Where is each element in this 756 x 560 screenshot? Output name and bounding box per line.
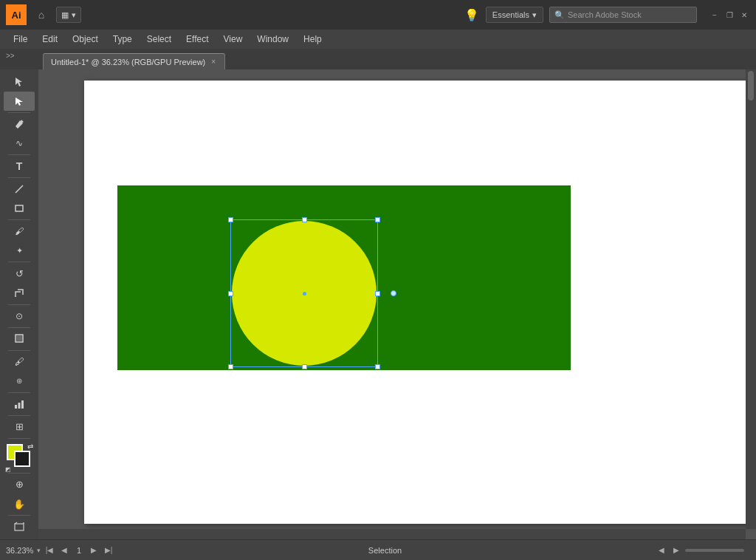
blob-brush-tool[interactable]: ✦ bbox=[4, 241, 35, 260]
search-icon: 🔍 bbox=[554, 10, 565, 20]
swap-colors-icon[interactable]: ⇄ bbox=[27, 443, 33, 451]
canvas-area[interactable] bbox=[38, 69, 756, 539]
menu-help[interactable]: Help bbox=[296, 32, 329, 47]
scrollbar-thumb-vertical[interactable] bbox=[748, 71, 754, 100]
warp-tool[interactable]: ⊙ bbox=[4, 306, 35, 325]
nav-prev-page[interactable]: ◀ bbox=[58, 544, 70, 556]
home-button[interactable]: ⌂ bbox=[32, 6, 50, 24]
status-next[interactable]: ▶ bbox=[670, 544, 682, 556]
toolbar-separator-4 bbox=[8, 219, 30, 220]
blend-tool[interactable]: ⊛ bbox=[4, 372, 35, 391]
default-colors-icon[interactable]: ◩ bbox=[5, 466, 11, 473]
toolbar-separator-9 bbox=[8, 392, 30, 393]
toolbar-separator-3 bbox=[8, 177, 30, 178]
menu-select[interactable]: Select bbox=[140, 32, 179, 47]
status-prev[interactable]: ◀ bbox=[656, 544, 667, 556]
maximize-button[interactable]: ❐ bbox=[724, 9, 735, 21]
zoom-slider[interactable] bbox=[685, 549, 744, 552]
toolbar-separator-6 bbox=[8, 304, 30, 305]
svg-line-2 bbox=[16, 185, 23, 193]
menu-object[interactable]: Object bbox=[65, 32, 106, 47]
minimize-button[interactable]: − bbox=[709, 9, 721, 21]
essentials-dropdown-arrow: ▾ bbox=[532, 10, 537, 20]
toolbar-separator-2 bbox=[8, 154, 30, 155]
discover-icon[interactable]: 💡 bbox=[464, 7, 480, 23]
svg-rect-7 bbox=[18, 403, 21, 409]
outside-handle-right[interactable] bbox=[391, 290, 396, 296]
menu-view[interactable]: View bbox=[216, 32, 250, 47]
yellow-circle[interactable] bbox=[232, 221, 377, 366]
svg-rect-6 bbox=[15, 405, 17, 409]
toolbar-separator-1 bbox=[8, 112, 30, 113]
svg-marker-1 bbox=[16, 98, 23, 106]
svg-rect-3 bbox=[16, 205, 23, 211]
zoom-area: 36.23% ▾ bbox=[6, 546, 41, 555]
artboard-tool[interactable]: ⊞ bbox=[4, 417, 35, 437]
svg-marker-0 bbox=[16, 78, 22, 86]
status-text: Selection bbox=[297, 546, 473, 555]
grid-icon: ▦ bbox=[61, 10, 69, 20]
rectangle-tool[interactable] bbox=[4, 199, 35, 218]
adobe-stock-search[interactable]: 🔍 Search Adobe Stock bbox=[549, 7, 697, 23]
close-button[interactable]: ✕ bbox=[738, 9, 750, 21]
menu-edit[interactable]: Edit bbox=[35, 32, 65, 47]
horizontal-scrollbar[interactable] bbox=[38, 529, 746, 539]
window-controls: − ❐ ✕ bbox=[709, 9, 750, 21]
zoom-tool[interactable]: ⊕ bbox=[4, 475, 35, 494]
document-tab[interactable]: Untitled-1* @ 36.23% (RGB/GPU Preview) × bbox=[43, 53, 225, 69]
handle-top-right[interactable] bbox=[375, 217, 380, 222]
scale-tool[interactable] bbox=[4, 283, 35, 302]
handle-top-left[interactable] bbox=[228, 217, 233, 222]
main-layout: ∿ T 🖌 ✦ ↺ ⊙ 🖋 ⊛ ⊞ bbox=[0, 69, 756, 539]
left-toolbar: ∿ T 🖌 ✦ ↺ ⊙ 🖋 ⊛ ⊞ bbox=[0, 69, 38, 539]
print-tiling-tool[interactable] bbox=[4, 517, 35, 536]
eyedropper-tool[interactable]: 🖋 bbox=[4, 352, 35, 371]
color-box-area: ⇄ ◩ bbox=[4, 444, 35, 471]
status-bar: 36.23% ▾ |◀ ◀ 1 ▶ ▶| Selection ◀ ▶ bbox=[0, 539, 756, 560]
hand-tool[interactable]: ✋ bbox=[4, 494, 35, 513]
nav-last-page[interactable]: ▶| bbox=[103, 544, 114, 556]
tab-bar: >> Untitled-1* @ 36.23% (RGB/GPU Preview… bbox=[0, 49, 756, 69]
toolbar-separator-5 bbox=[8, 262, 30, 262]
toolbar-separator-13 bbox=[8, 515, 30, 516]
menu-file[interactable]: File bbox=[6, 32, 35, 47]
toolbar-separator-11 bbox=[8, 438, 30, 439]
handle-bottom-left[interactable] bbox=[228, 364, 233, 369]
direct-selection-tool[interactable] bbox=[4, 92, 35, 111]
toolbar-separator-10 bbox=[8, 415, 30, 416]
essentials-label: Essentials bbox=[492, 10, 529, 19]
toolbar-separator-7 bbox=[8, 327, 30, 328]
column-graph-tool[interactable] bbox=[4, 395, 35, 414]
menu-effect[interactable]: Effect bbox=[179, 32, 216, 47]
workspace-switcher[interactable]: ▦ ▾ bbox=[56, 7, 81, 23]
page-number: 1 bbox=[73, 546, 85, 555]
toolbar-separator-8 bbox=[8, 350, 30, 351]
artboard bbox=[84, 81, 756, 524]
title-bar: Ai ⌂ ▦ ▾ 💡 Essentials ▾ 🔍 Search Adobe S… bbox=[0, 0, 756, 30]
essentials-button[interactable]: Essentials ▾ bbox=[486, 7, 543, 23]
vertical-scrollbar[interactable] bbox=[746, 69, 756, 529]
svg-rect-5 bbox=[17, 336, 21, 341]
menu-window[interactable]: Window bbox=[250, 32, 296, 47]
workspace-dropdown-arrow: ▾ bbox=[72, 10, 76, 20]
paintbrush-tool[interactable]: 🖌 bbox=[4, 222, 35, 241]
handle-bottom-right[interactable] bbox=[375, 364, 380, 369]
type-tool[interactable]: T bbox=[4, 157, 35, 176]
curvature-tool[interactable]: ∿ bbox=[4, 134, 35, 153]
menu-bar: File Edit Object Type Select Effect View… bbox=[0, 30, 756, 49]
pen-tool[interactable] bbox=[4, 115, 35, 134]
zoom-dropdown-arrow[interactable]: ▾ bbox=[37, 547, 41, 554]
ai-logo: Ai bbox=[6, 4, 27, 25]
nav-first-page[interactable]: |◀ bbox=[44, 544, 55, 556]
tab-expand-icon[interactable]: >> bbox=[6, 52, 15, 60]
line-segment-tool[interactable] bbox=[4, 180, 35, 199]
nav-next-page[interactable]: ▶ bbox=[88, 544, 100, 556]
selection-tool[interactable] bbox=[4, 72, 35, 92]
rotate-tool[interactable]: ↺ bbox=[4, 264, 35, 283]
svg-rect-9 bbox=[15, 524, 24, 530]
menu-type[interactable]: Type bbox=[106, 32, 140, 47]
green-rectangle[interactable] bbox=[117, 185, 571, 370]
free-transform-tool[interactable] bbox=[4, 329, 35, 348]
tab-close-button[interactable]: × bbox=[210, 57, 217, 66]
stroke-color[interactable] bbox=[14, 451, 30, 467]
